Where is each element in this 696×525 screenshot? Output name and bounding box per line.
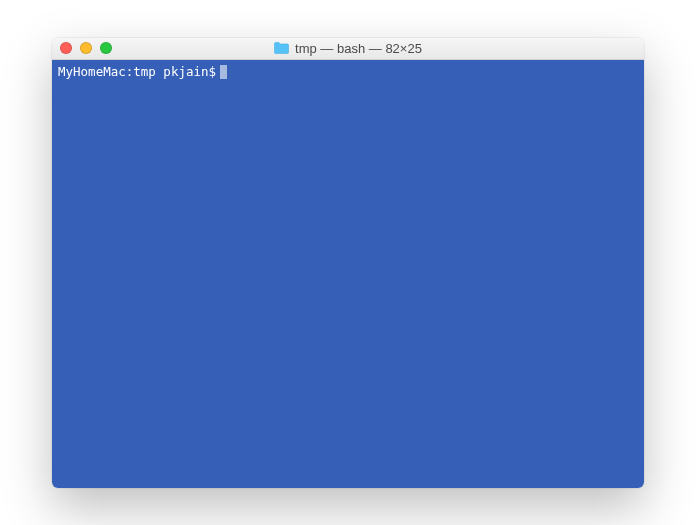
window-title: tmp — bash — 82×25 [295,41,422,56]
window-title-area: tmp — bash — 82×25 [52,41,644,56]
close-button[interactable] [60,42,72,54]
maximize-button[interactable] [100,42,112,54]
cursor [220,65,227,79]
folder-icon [274,42,289,54]
terminal-window: tmp — bash — 82×25 MyHomeMac:tmp pkjain$ [52,38,644,488]
shell-prompt: MyHomeMac:tmp pkjain$ [58,64,216,81]
terminal-body[interactable]: MyHomeMac:tmp pkjain$ [52,60,644,488]
prompt-line: MyHomeMac:tmp pkjain$ [58,64,638,81]
minimize-button[interactable] [80,42,92,54]
window-controls [60,42,112,54]
titlebar[interactable]: tmp — bash — 82×25 [52,38,644,60]
